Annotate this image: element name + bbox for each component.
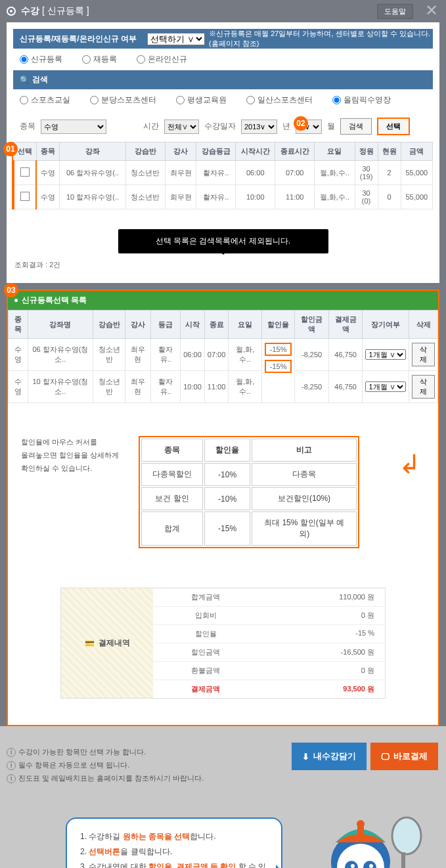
window-subtitle: [ 신규등록 ] bbox=[42, 5, 89, 17]
discount-detail-table: 종목할인율비고 다종목할인-10%다종목보건 할인-10%보건할인(10%)합계… bbox=[139, 436, 359, 548]
search-section-header: 🔍 검색 bbox=[13, 70, 433, 89]
svg-point-8 bbox=[369, 864, 373, 868]
result-count: 조회결과 : 2건 bbox=[14, 260, 432, 270]
svg-rect-1 bbox=[401, 852, 405, 868]
subject-label: 종목 bbox=[20, 121, 35, 132]
reg-radio-group: 신규등록 재등록 온라인신규 bbox=[13, 49, 433, 70]
svg-point-10 bbox=[357, 820, 365, 828]
reg-radio-new[interactable]: 신규등록 bbox=[20, 54, 62, 65]
center-radio-2[interactable]: 평생교육원 bbox=[176, 95, 227, 106]
exclusion-notice: 선택 목록은 검색목록에서 제외됩니다. bbox=[118, 229, 328, 253]
payment-panel: 💳결제내역 합계금액110,000 원입회비0 원할인율-15 %할인금액-16… bbox=[60, 588, 386, 699]
monitor-icon: 🖵 bbox=[381, 752, 390, 762]
download-icon: ⬇ bbox=[302, 752, 309, 762]
row-checkbox[interactable] bbox=[20, 192, 30, 201]
step-badge-01: 01 bbox=[3, 142, 18, 156]
selected-table: 종목강좌명강습반강사등급시작종료요일할인율할인금액결제금액장기여부삭제 수영06… bbox=[8, 310, 438, 403]
center-radio-3[interactable]: 일산스포츠센터 bbox=[246, 95, 313, 106]
center-radio-group: 스포츠교실 분당스포츠센터 평생교육원 일산스포츠센터 올림픽수영장 bbox=[13, 89, 433, 111]
year-select[interactable]: 2013∨ bbox=[241, 119, 277, 134]
table-row: 수영10 할자유수영(청소..청소년반최우현활자유.. 10:0011:00월,… bbox=[9, 371, 438, 403]
delete-button[interactable]: 삭제 bbox=[412, 343, 435, 366]
select-button[interactable]: 선택 bbox=[377, 118, 410, 135]
search-button[interactable]: 검색 bbox=[340, 118, 372, 135]
window-titlebar: 수강 [ 신규등록 ] 도움말 ✕ bbox=[0, 0, 446, 22]
long-term-select[interactable]: 1개월 ∨ bbox=[365, 349, 406, 360]
target-icon bbox=[7, 7, 16, 16]
date-label: 수강일자 bbox=[204, 121, 236, 132]
row-checkbox[interactable] bbox=[20, 167, 30, 177]
reg-note: ※신규등록은 매월 27일부터 가능하며, 센터별로 상이할 수 있습니다.(홈… bbox=[209, 29, 433, 49]
table-row: 수영10 할자유수영(..청소년반회무현활자유.. 10:0011:00월,화,… bbox=[14, 185, 433, 209]
pay-now-button[interactable]: 🖵바로결제 bbox=[370, 743, 438, 770]
svg-point-0 bbox=[392, 817, 421, 854]
subject-select[interactable]: 수영 bbox=[41, 119, 106, 134]
close-icon[interactable]: ✕ bbox=[424, 3, 439, 18]
selected-section-header: 신규등록선택 목록 bbox=[8, 291, 438, 310]
save-cart-button[interactable]: ⬇내수강담기 bbox=[292, 743, 367, 770]
long-term-select[interactable]: 1개월 ∨ bbox=[365, 381, 406, 392]
reg-radio-re[interactable]: 재등록 bbox=[82, 54, 117, 65]
discount-hint: 할인율에 마우스 커서를 올려놓으면 할인율을 상세하게 확인하실 수 있습니다… bbox=[21, 436, 119, 475]
reg-section-title: 신규등록/재등록/온라인신규 여부 bbox=[20, 34, 137, 43]
registration-section: 신규등록/재등록/온라인신규 여부 선택하기 ∨ ※신규등록은 매월 27일부터… bbox=[13, 29, 433, 49]
window-title: 수강 bbox=[21, 5, 39, 17]
search-filters: 종목 수영 시간 전체∨ 수강일자 2013∨ 년 8 ∨ 월 검색 선택 bbox=[13, 111, 433, 142]
arrow-indicator: ↲ bbox=[399, 449, 421, 479]
step-badge-02: 02 bbox=[294, 116, 308, 131]
step-badge-03: 03 bbox=[4, 283, 18, 297]
delete-button[interactable]: 삭제 bbox=[412, 375, 435, 399]
search-result-table: 선택 종목 강좌 강습반 강사 강습등급 시작시간 종료시간 요일 정원 현원 … bbox=[13, 142, 433, 209]
time-select[interactable]: 전체∨ bbox=[164, 119, 199, 134]
center-radio-1[interactable]: 분당스포츠센터 bbox=[90, 95, 156, 106]
time-label: 시간 bbox=[143, 121, 159, 132]
center-radio-0[interactable]: 스포츠교실 bbox=[20, 95, 70, 106]
reg-radio-online[interactable]: 온라인신규 bbox=[137, 54, 187, 65]
reg-select[interactable]: 선택하기 ∨ bbox=[147, 33, 205, 45]
table-row: 수영06 할자유수영(청소..청소년반최우현활자유.. 06:0007:00월,… bbox=[9, 339, 438, 371]
center-radio-4[interactable]: 올림픽수영장 bbox=[332, 95, 391, 106]
instruction-speech-bubble: 1. 수강하길 원하는 종목을 선택합니다. 2. 선택버튼을 클릭합니다. 3… bbox=[66, 817, 282, 868]
mascot-character: KSPO bbox=[308, 790, 426, 868]
card-icon: 💳 bbox=[85, 639, 95, 648]
svg-point-7 bbox=[351, 864, 355, 868]
help-button[interactable]: 도움말 bbox=[377, 4, 413, 19]
table-row: 수영06 할자유수영(..청소년반최우현활자유.. 06:0007:00월,화,… bbox=[14, 161, 433, 185]
payment-title: 💳결제내역 bbox=[61, 588, 153, 698]
